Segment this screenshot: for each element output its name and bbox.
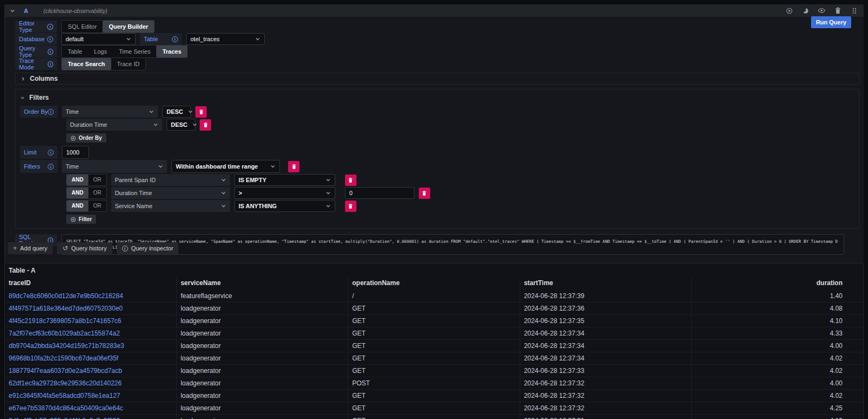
and-option[interactable]: AND bbox=[67, 188, 88, 198]
info-icon[interactable]: i bbox=[48, 61, 53, 67]
service-name-cell: loadgenerator bbox=[176, 415, 348, 419]
service-name-cell: loadgenerator bbox=[176, 390, 348, 402]
order-by-field-select[interactable]: Time bbox=[62, 106, 158, 118]
operation-name-cell: GET bbox=[348, 402, 520, 415]
duplicate-query-icon[interactable] bbox=[801, 7, 809, 15]
filter-field-select[interactable]: Duration Time bbox=[111, 187, 230, 199]
column-header-servicename[interactable]: serviceName bbox=[176, 277, 348, 290]
column-header-duration[interactable]: duration bbox=[692, 277, 863, 290]
table-row: 7a2f07ecf63c60b1029ab2ac155874a2 loadgen… bbox=[5, 327, 863, 340]
chevron-down-icon bbox=[149, 109, 154, 114]
remove-filter-button[interactable] bbox=[345, 175, 356, 186]
run-query-button[interactable]: Run Query bbox=[811, 16, 851, 28]
or-option[interactable]: OR bbox=[88, 188, 106, 198]
column-header-traceid[interactable]: traceID bbox=[5, 277, 176, 290]
query-builder-option[interactable]: Query Builder bbox=[103, 21, 154, 33]
circle-dot-icon[interactable] bbox=[785, 7, 793, 15]
table-row: 1887794f7eaa6037d0e2a4579bcd7acb loadgen… bbox=[5, 365, 863, 377]
filter-operator-select[interactable]: IS EMPTY bbox=[234, 174, 335, 186]
or-option[interactable]: OR bbox=[88, 201, 106, 211]
duration-cell: 4.00 bbox=[692, 340, 863, 352]
duration-cell: 4.02 bbox=[692, 365, 863, 377]
panel-title[interactable]: Table - A bbox=[5, 263, 863, 277]
filter-operator-select[interactable]: Within dashboard time range bbox=[171, 160, 280, 173]
trace-id-link[interactable]: 62df1ec9a29728c9e29536c20d140226 bbox=[5, 377, 176, 390]
operation-name-cell: GET bbox=[348, 302, 520, 315]
order-by-field-select[interactable]: Duration Time bbox=[66, 119, 162, 131]
remove-filter-button[interactable] bbox=[345, 201, 356, 212]
filter-operator-select[interactable]: IS ANYTHING bbox=[234, 200, 335, 212]
info-icon[interactable]: i bbox=[47, 24, 53, 30]
start-time-cell: 2024-06-28 12:37:33 bbox=[520, 365, 691, 377]
remove-filter-button[interactable] bbox=[288, 161, 299, 172]
query-header-actions bbox=[785, 7, 858, 15]
info-icon[interactable]: i bbox=[172, 36, 178, 42]
trace-id-link[interactable]: 8d1c4f3ab27e905c6d41b8a2c7e3f590 bbox=[5, 415, 176, 419]
trace-id-link[interactable]: 96968b10fa2b2c1590bc67dea06ef35f bbox=[5, 352, 176, 365]
query-type-logs-option[interactable]: Logs bbox=[88, 46, 113, 57]
remove-order-by-button[interactable] bbox=[200, 119, 211, 131]
add-order-by-button[interactable]: Order By bbox=[66, 133, 106, 143]
add-filter-button[interactable]: Filter bbox=[66, 215, 96, 224]
column-header-operationname[interactable]: operationName bbox=[348, 277, 520, 290]
info-icon[interactable]: i bbox=[47, 36, 53, 42]
trace-id-link[interactable]: e91c3645f04fa5e58adcd0758e1ea127 bbox=[5, 390, 176, 402]
filter-operator-select[interactable]: > bbox=[234, 187, 335, 199]
and-option[interactable]: AND bbox=[67, 201, 88, 211]
info-icon[interactable]: i bbox=[48, 49, 53, 55]
trace-id-option[interactable]: Trace ID bbox=[111, 58, 146, 70]
info-icon[interactable]: i bbox=[48, 109, 54, 115]
table-row: 4f497571a618e364ed7ded60752030e0 loadgen… bbox=[5, 302, 863, 315]
table-panel: Table - A traceID serviceName operationN… bbox=[4, 263, 864, 419]
filter-field-select[interactable]: Service Name bbox=[111, 200, 230, 212]
chevron-down-icon bbox=[153, 122, 158, 127]
plus-icon: + bbox=[13, 245, 17, 252]
query-ref-letter: A bbox=[24, 8, 28, 14]
order-by-direction-select[interactable]: DESC bbox=[162, 106, 191, 118]
query-inspector-button[interactable]: i Query inspector bbox=[117, 242, 179, 254]
table-select[interactable]: otel_traces bbox=[186, 33, 265, 45]
query-type-timeseries-option[interactable]: Time Series bbox=[113, 46, 156, 57]
trace-id-link[interactable]: 7a2f07ecf63c60b1029ab2ac155874a2 bbox=[5, 327, 176, 340]
filters-section-header[interactable]: Filters bbox=[20, 93, 854, 102]
add-query-button[interactable]: + Add query bbox=[8, 242, 53, 254]
database-select[interactable]: default bbox=[61, 33, 136, 45]
results-table: traceID serviceName operationName startT… bbox=[5, 277, 863, 419]
trace-id-link[interactable]: 4f45c21918c73698057a8b1c741657c6 bbox=[5, 315, 176, 327]
column-header-starttime[interactable]: startTime bbox=[520, 277, 691, 290]
trace-id-link[interactable]: 1887794f7eaa6037d0e2a4579bcd7acb bbox=[5, 365, 176, 377]
info-icon[interactable]: i bbox=[48, 164, 54, 170]
remove-query-trash-icon[interactable] bbox=[834, 7, 842, 15]
trace-id-link[interactable]: 89dc7e8c6060c0d12de7e9b50c216284 bbox=[5, 290, 176, 302]
columns-section[interactable]: Columns bbox=[15, 73, 859, 85]
operation-name-cell: GET bbox=[348, 315, 520, 327]
query-type-traces-option[interactable]: Traces bbox=[156, 46, 187, 57]
duration-cell: 4.10 bbox=[692, 415, 863, 419]
remove-order-by-button[interactable] bbox=[195, 106, 207, 118]
query-history-button[interactable]: ↺ Query history bbox=[57, 242, 112, 254]
and-option[interactable]: AND bbox=[67, 175, 88, 185]
columns-section-title: Columns bbox=[30, 75, 58, 82]
remove-filter-button[interactable] bbox=[419, 188, 430, 199]
or-option[interactable]: OR bbox=[88, 175, 106, 185]
filter-field-select[interactable]: Time bbox=[62, 160, 167, 173]
trace-search-option[interactable]: Trace Search bbox=[62, 58, 111, 70]
order-by-direction-select[interactable]: DESC bbox=[167, 119, 195, 131]
trace-id-link[interactable]: e67ee7b53870d4c864ca50409ca0e64c bbox=[5, 402, 176, 415]
info-icon[interactable]: i bbox=[48, 150, 54, 156]
eye-icon[interactable] bbox=[818, 7, 826, 15]
trace-id-link[interactable]: db9704a2bbda34204d159c71b78283e3 bbox=[5, 340, 176, 352]
trace-id-link[interactable]: 4f497571a618e364ed7ded60752030e0 bbox=[5, 302, 176, 315]
sql-editor-option[interactable]: SQL Editor bbox=[62, 21, 103, 33]
chevron-down-icon bbox=[255, 36, 260, 42]
table-row: db9704a2bbda34204d159c71b78283e3 loadgen… bbox=[5, 340, 863, 352]
query-type-table-option[interactable]: Table bbox=[62, 46, 88, 57]
limit-row: Limit i bbox=[20, 146, 854, 159]
drag-handle-icon[interactable] bbox=[850, 7, 858, 15]
filter-field-select[interactable]: Parent Span ID bbox=[111, 174, 230, 186]
filter-condition-row: AND OR Service Name IS ANYTHING bbox=[20, 200, 854, 212]
filter-value-input[interactable] bbox=[345, 187, 414, 199]
limit-input[interactable] bbox=[62, 146, 89, 159]
collapse-query-icon[interactable] bbox=[10, 8, 15, 14]
start-time-cell: 2024-06-28 12:37:39 bbox=[520, 290, 691, 302]
